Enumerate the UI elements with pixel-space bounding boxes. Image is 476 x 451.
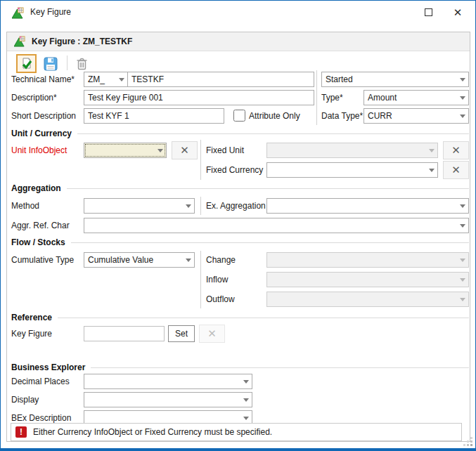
fixed-currency-label: Fixed Currency <box>206 162 263 178</box>
activate-check-icon <box>20 58 33 70</box>
section-line <box>91 367 469 368</box>
description-input[interactable] <box>84 90 314 105</box>
unit-infoobject-label: Unit InfoObject <box>11 143 67 158</box>
change-combo <box>266 252 469 268</box>
dropdown-arrow-icon <box>115 78 127 81</box>
unit-column-separator <box>200 140 201 180</box>
unit-infoobject-combo[interactable] <box>84 143 167 158</box>
decimal-places-combo[interactable] <box>84 374 252 389</box>
inflow-combo <box>266 272 469 287</box>
section-unit-currency: Unit / Currency <box>11 128 469 139</box>
status-combo[interactable]: Started <box>321 72 469 87</box>
section-reference: Reference <box>11 312 469 323</box>
maximize-button[interactable] <box>416 1 440 23</box>
attribute-only-label: Attribute Only <box>249 108 300 124</box>
outflow-label: Outflow <box>206 292 235 307</box>
trash-icon <box>76 58 88 70</box>
attribute-only-checkbox[interactable] <box>233 110 245 122</box>
fixed-unit-label: Fixed Unit <box>206 143 244 158</box>
status-bar: ! Either Currency InfoObject or Fixed Cu… <box>11 423 462 441</box>
type-label: Type* <box>321 90 343 105</box>
cumulative-type-label: Cumulative Type <box>11 252 74 268</box>
dropdown-arrow-icon <box>240 398 252 402</box>
flow-column-separator <box>200 251 201 308</box>
dropdown-arrow-icon <box>456 224 468 228</box>
close-icon: ✕ <box>454 7 463 18</box>
reference-clear-button: ✕ <box>199 325 225 343</box>
dropdown-arrow-icon <box>456 259 468 262</box>
section-line <box>71 242 469 243</box>
panel-title: Key Figure : ZM_TESTKF <box>32 37 132 46</box>
display-label: Display <box>11 392 39 407</box>
panel-header: Key Figure : ZM_TESTKF <box>7 32 470 51</box>
error-icon: ! <box>15 426 27 438</box>
description-label: Description* <box>11 90 57 105</box>
key-figure-dialog: Key Figure ✕ Key Figure : ZM_TESTKF <box>0 0 476 451</box>
dropdown-arrow-icon <box>182 259 194 262</box>
status-message: Either Currency InfoObject or Fixed Curr… <box>33 427 272 437</box>
short-description-input[interactable] <box>84 108 224 124</box>
dropdown-arrow-icon <box>456 96 468 100</box>
section-aggregation: Aggregation <box>11 183 469 194</box>
dropdown-arrow-icon <box>456 204 468 208</box>
technical-name-input[interactable] <box>127 72 314 87</box>
aggr-ref-char-label: Aggr. Ref. Char <box>11 218 70 233</box>
inflow-label: Inflow <box>206 272 228 287</box>
technical-name-prefix-combo[interactable]: ZM_ <box>84 72 128 87</box>
maximize-icon <box>425 8 432 16</box>
reference-key-figure-input[interactable] <box>84 326 165 341</box>
fixed-unit-combo <box>266 143 438 158</box>
ex-aggregation-combo[interactable] <box>266 198 469 214</box>
activate-button[interactable] <box>16 54 37 73</box>
ex-aggregation-label: Ex. Aggregation <box>206 198 266 214</box>
toolbar-separator <box>67 55 67 70</box>
fixed-currency-combo[interactable] <box>266 162 438 178</box>
column-separator <box>316 70 317 125</box>
fixed-currency-clear-button[interactable]: ✕ <box>443 161 469 179</box>
window-title: Key Figure <box>30 7 71 17</box>
dropdown-arrow-icon <box>456 278 468 282</box>
set-button[interactable]: Set <box>168 325 195 342</box>
key-figure-icon <box>14 36 25 47</box>
data-type-label: Data Type* <box>321 108 363 124</box>
close-button[interactable]: ✕ <box>446 1 470 23</box>
dropdown-arrow-icon <box>456 115 468 118</box>
change-label: Change <box>206 252 236 268</box>
save-button[interactable] <box>41 54 60 73</box>
aggr-ref-char-combo[interactable] <box>84 218 469 233</box>
short-description-label: Short Description <box>11 108 76 124</box>
section-line <box>67 188 469 189</box>
dropdown-arrow-icon <box>154 149 166 152</box>
method-label: Method <box>11 198 39 214</box>
key-figure-icon <box>12 7 24 19</box>
aggregation-column-separator <box>200 197 201 215</box>
resize-grip[interactable] <box>463 437 473 447</box>
section-business-explorer: Business Explorer <box>11 362 469 373</box>
section-line <box>58 318 469 318</box>
reference-key-figure-label: Key Figure <box>11 326 52 341</box>
unit-infoobject-clear-button[interactable]: ✕ <box>172 141 198 159</box>
section-line <box>77 133 469 134</box>
save-floppy-icon <box>44 57 58 71</box>
technical-name-label: Technical Name* <box>11 72 75 87</box>
dropdown-arrow-icon <box>425 149 437 152</box>
display-combo[interactable] <box>84 392 252 407</box>
title-bar: Key Figure ✕ <box>1 1 475 25</box>
dropdown-arrow-icon <box>456 78 468 81</box>
data-type-combo[interactable]: CURR <box>364 108 469 124</box>
decimal-places-label: Decimal Places <box>11 374 70 389</box>
dropdown-arrow-icon <box>182 204 194 208</box>
dropdown-arrow-icon <box>425 169 437 172</box>
dropdown-arrow-icon <box>456 298 468 301</box>
dropdown-arrow-icon <box>240 417 252 420</box>
dropdown-arrow-icon <box>240 380 252 384</box>
fixed-unit-clear-button[interactable]: ✕ <box>443 141 469 159</box>
type-combo[interactable]: Amount <box>364 90 469 105</box>
method-combo[interactable] <box>84 198 195 214</box>
cumulative-type-combo[interactable]: Cumulative Value <box>84 252 195 268</box>
key-figure-panel: Key Figure : ZM_TESTKF <box>6 32 470 442</box>
section-flow-stocks: Flow / Stocks <box>11 237 469 248</box>
delete-button[interactable] <box>72 54 91 73</box>
outflow-combo <box>266 292 469 307</box>
